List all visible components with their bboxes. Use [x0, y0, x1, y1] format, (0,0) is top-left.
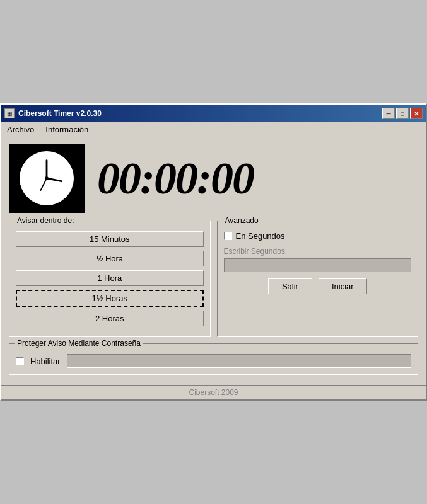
title-buttons: ─ □ ✕	[382, 108, 423, 119]
left-panel: Avisar dentro de: 15 Minutos ½ Hora 1 Ho…	[9, 220, 211, 337]
password-panel-title: Proteger Aviso Mediante Contraseña	[15, 339, 143, 348]
panels-row: Avisar dentro de: 15 Minutos ½ Hora 1 Ho…	[9, 220, 418, 337]
app-icon: ⊞	[4, 108, 15, 118]
window-title: Cibersoft Timer v2.0.30	[18, 109, 102, 118]
en-segundos-row: En Segundos	[224, 231, 412, 241]
en-segundos-checkbox[interactable]	[224, 232, 232, 240]
title-bar-left: ⊞ Cibersoft Timer v2.0.30	[4, 108, 102, 118]
habilitar-checkbox[interactable]	[16, 357, 24, 365]
btn-2-horas[interactable]: 2 Horas	[16, 311, 204, 326]
right-panel-title: Avanzado	[223, 216, 261, 225]
btn-15-minutos[interactable]: 15 Minutos	[16, 231, 204, 247]
habilitar-label: Habilitar	[30, 357, 61, 366]
password-row: Habilitar	[16, 354, 411, 368]
clock-image	[9, 144, 85, 213]
action-buttons: Salir Iniciar	[224, 278, 412, 294]
menu-bar: Archivo Información	[1, 122, 426, 137]
clock-svg	[11, 146, 83, 211]
btn-1half-horas[interactable]: 1½ Horas	[16, 290, 204, 307]
close-button[interactable]: ✕	[410, 108, 423, 119]
en-segundos-label: En Segundos	[236, 231, 285, 241]
btn-1-hora[interactable]: 1 Hora	[16, 270, 204, 286]
password-panel: Proteger Aviso Mediante Contraseña Habil…	[9, 343, 418, 375]
clock-display: 00:00:00	[97, 152, 254, 205]
clock-area: 00:00:00	[9, 144, 418, 213]
menu-informacion[interactable]: Información	[43, 123, 91, 135]
main-window: ⊞ Cibersoft Timer v2.0.30 ─ □ ✕ Archivo …	[0, 103, 427, 401]
footer: Cibersoft 2009	[1, 385, 426, 399]
btn-half-hora[interactable]: ½ Hora	[16, 251, 204, 266]
minimize-button[interactable]: ─	[382, 108, 395, 119]
maximize-button[interactable]: □	[396, 108, 409, 119]
salir-button[interactable]: Salir	[268, 278, 312, 294]
password-input[interactable]	[67, 354, 411, 368]
title-bar: ⊞ Cibersoft Timer v2.0.30 ─ □ ✕	[1, 105, 426, 122]
escribir-segundos-label: Escribir Segundos	[224, 247, 412, 256]
main-content: 00:00:00 Avisar dentro de: 15 Minutos ½ …	[1, 137, 426, 385]
segundos-input[interactable]	[224, 258, 412, 272]
menu-archivo[interactable]: Archivo	[4, 123, 37, 135]
footer-text: Cibersoft 2009	[189, 388, 238, 397]
svg-point-5	[45, 176, 49, 180]
iniciar-button[interactable]: Iniciar	[319, 278, 367, 294]
right-panel: Avanzado En Segundos Escribir Segundos S…	[217, 220, 419, 337]
left-panel-title: Avisar dentro de:	[15, 216, 77, 225]
